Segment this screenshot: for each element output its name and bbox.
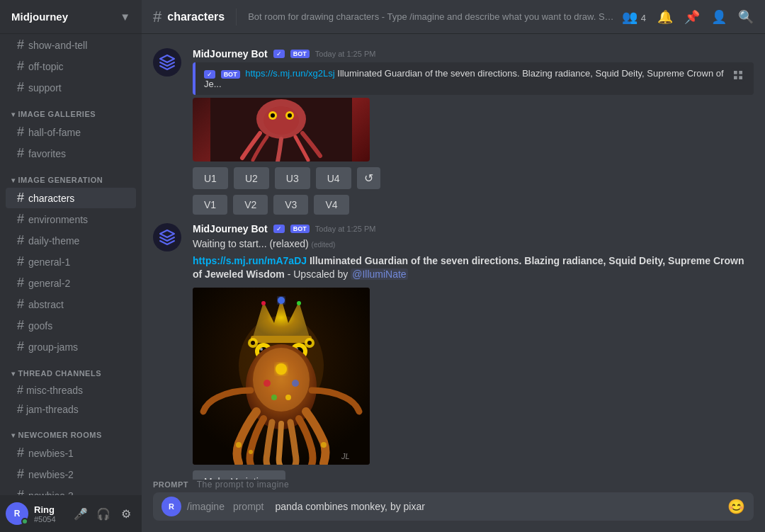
sidebar-channels: # show-and-tell # off-topic # support ▾ … <box>0 34 142 495</box>
search-icon[interactable]: 🔍 <box>738 9 754 25</box>
sidebar-item-off-topic[interactable]: # off-topic <box>6 56 136 77</box>
sidebar-item-support[interactable]: # support <box>6 77 136 98</box>
emoji-button[interactable]: 😊 <box>727 498 745 515</box>
v2-button[interactable]: V2 <box>233 195 268 215</box>
sidebar-item-general-1[interactable]: # general-1 <box>6 251 136 272</box>
bot-badge-1: BOT <box>290 50 310 58</box>
svg-point-37 <box>321 442 327 448</box>
svg-point-16 <box>261 301 266 305</box>
bot-avatar-2 <box>153 223 181 251</box>
message-author-2[interactable]: MidJourney Bot <box>193 223 268 234</box>
deafen-button[interactable]: 🎧 <box>94 504 113 523</box>
notification-icon[interactable]: 🔔 <box>657 9 673 25</box>
sidebar-item-newbies-1[interactable]: # newbies-1 <box>6 443 136 463</box>
v4-button[interactable]: V4 <box>314 195 348 215</box>
svg-rect-1 <box>739 71 742 74</box>
channel-label: group-jams <box>28 341 78 353</box>
sidebar-item-hall-of-fame[interactable]: # hall-of-fame <box>6 122 136 142</box>
channel-label: newbies-2 <box>28 469 74 480</box>
u1-button[interactable]: U1 <box>193 167 228 189</box>
message-author-1[interactable]: MidJourney Bot <box>193 48 268 60</box>
server-header[interactable]: Midjourney ▼ <box>0 0 142 34</box>
svg-point-35 <box>236 442 242 448</box>
prompt-field-label: prompt <box>233 492 264 521</box>
sidebar-item-daily-theme[interactable]: # daily-theme <box>6 230 136 251</box>
hash-icon: # <box>17 446 24 460</box>
members-list-icon[interactable]: 👤 <box>711 9 727 25</box>
channel-label: newbies-3 <box>28 490 74 496</box>
sidebar-item-newbies-3[interactable]: # newbies-3 <box>6 485 136 495</box>
sidebar-item-newbies-2[interactable]: # newbies-2 <box>6 464 136 485</box>
hash-icon: # <box>17 80 24 95</box>
svg-rect-14 <box>251 336 312 343</box>
bot-badge-2: BOT <box>290 225 310 233</box>
pin-icon[interactable]: 📌 <box>684 9 700 25</box>
channel-label: characters <box>28 193 74 204</box>
sidebar-item-characters[interactable]: # characters <box>6 188 136 208</box>
chevron-icon: ▾ <box>11 176 16 184</box>
channel-label: newbies-1 <box>28 448 74 459</box>
channel-label: general-1 <box>28 256 70 268</box>
refresh-button[interactable]: ↺ <box>357 167 380 189</box>
svg-point-29 <box>253 348 310 412</box>
main-image-2[interactable]: JL <box>193 288 370 465</box>
section-label-text: IMAGE GALLERIES <box>18 110 96 118</box>
v1-button[interactable]: V1 <box>193 195 227 215</box>
prompt-label: prompt The prompt to imagine <box>153 480 754 489</box>
svg-text:JL: JL <box>341 452 350 460</box>
hash-icon: # <box>17 297 24 312</box>
message-content-1: MidJourney Bot ✓ BOT Today at 1:25 PM ✓ … <box>193 48 754 215</box>
channel-label: jam-threads <box>26 404 79 415</box>
u3-button[interactable]: U3 <box>275 167 310 189</box>
u4-button[interactable]: U4 <box>316 167 351 189</box>
sidebar-item-general-2[interactable]: # general-2 <box>6 273 136 293</box>
hash-icon: # <box>17 125 24 140</box>
sidebar-item-goofs[interactable]: # goofs <box>6 315 136 336</box>
svg-point-34 <box>285 395 291 400</box>
chevron-icon: ▾ <box>11 431 16 439</box>
message-header-2: MidJourney Bot ✓ BOT Today at 1:25 PM <box>193 223 754 234</box>
embed-expand-icon-1[interactable] <box>731 68 745 82</box>
avatar-letter: R <box>14 509 21 519</box>
section-image-generation[interactable]: ▾ IMAGE GENERATION <box>0 164 142 187</box>
sidebar-item-environments[interactable]: # environments <box>6 209 136 230</box>
message-group-1: MidJourney Bot ✓ BOT Today at 1:25 PM ✓ … <box>142 45 765 217</box>
partial-image-1 <box>193 98 370 162</box>
hash-icon: # <box>17 212 24 227</box>
hash-icon: # <box>17 467 24 482</box>
settings-button[interactable]: ⚙ <box>116 504 136 523</box>
header-divider <box>236 9 237 26</box>
user-info: Ring #5054 <box>34 504 65 523</box>
section-image-galleries[interactable]: ▾ IMAGE GALLERIES <box>0 98 142 121</box>
v3-button[interactable]: V3 <box>273 195 308 215</box>
section-thread-channels[interactable]: ▾ THREAD CHANNELS <box>0 358 142 380</box>
hash-icon: # <box>17 318 24 333</box>
hash-icon: # <box>17 59 24 74</box>
channel-label: favorites <box>28 148 66 159</box>
message-input[interactable] <box>270 492 722 521</box>
channel-label: goofs <box>28 320 52 332</box>
svg-point-22 <box>260 348 263 351</box>
sidebar-item-favorites[interactable]: # favorites <box>6 143 136 164</box>
sidebar-item-group-jams[interactable]: # group-jams <box>6 336 136 357</box>
sidebar-item-show-and-tell[interactable]: # show-and-tell <box>6 35 136 55</box>
image-buttons-u-1: U1 U2 U3 U4 ↺ <box>193 167 754 189</box>
svg-point-26 <box>251 341 255 345</box>
timestamp-2: Today at 1:25 PM <box>315 225 376 233</box>
message-input-area: prompt The prompt to imagine R /imagine … <box>142 480 765 532</box>
u2-button[interactable]: U2 <box>234 167 269 189</box>
channel-name: characters <box>167 11 225 23</box>
sidebar-item-misc-threads[interactable]: # misc-threads <box>6 381 136 400</box>
message-content-2: MidJourney Bot ✓ BOT Today at 1:25 PM Wa… <box>193 223 754 480</box>
svg-point-33 <box>271 395 277 400</box>
mute-button[interactable]: 🎤 <box>71 504 91 523</box>
sidebar-item-abstract[interactable]: # abstract <box>6 294 136 315</box>
channel-header: # characters Bot room for drawing charac… <box>142 0 765 34</box>
section-newcomer-rooms[interactable]: ▾ NEWCOMER ROOMS <box>0 419 142 442</box>
members-icon[interactable]: 👥 4 <box>622 9 646 25</box>
svg-point-27 <box>307 341 312 345</box>
sidebar-item-jam-threads[interactable]: # jam-threads <box>6 400 136 419</box>
embed-url-1[interactable]: https://s.mj.run/xg2Lsj <box>245 68 334 79</box>
make-variations-button[interactable]: Make Variations <box>193 470 285 480</box>
message-url-2[interactable]: https://s.mj.run/mA7aDJ <box>193 255 307 266</box>
